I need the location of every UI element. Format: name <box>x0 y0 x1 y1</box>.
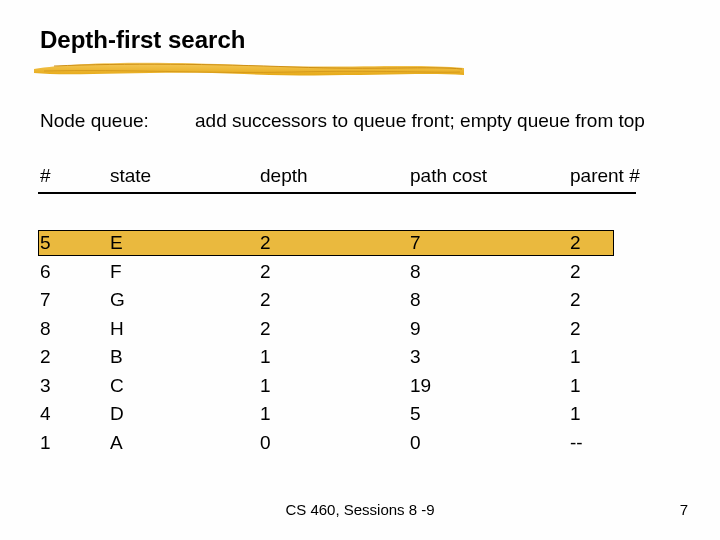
cell-state: F <box>110 261 122 283</box>
footer-text: CS 460, Sessions 8 -9 <box>0 501 720 518</box>
slide: Depth-first search Node queue: add succe… <box>0 0 720 540</box>
cell-depth: 2 <box>260 318 271 340</box>
page-title: Depth-first search <box>40 26 680 54</box>
cell-state: E <box>110 232 123 254</box>
cell-depth: 2 <box>260 289 271 311</box>
cell-depth: 2 <box>260 261 271 283</box>
cell-cost: 3 <box>410 346 421 368</box>
cell-depth: 2 <box>260 232 271 254</box>
header-state: state <box>110 165 151 187</box>
header-num: # <box>40 165 51 187</box>
table-row: 2B131 <box>40 344 680 373</box>
cell-state: D <box>110 403 124 425</box>
cell-cost: 8 <box>410 261 421 283</box>
header-rule <box>38 192 636 194</box>
title-wrap: Depth-first search <box>40 26 680 54</box>
table-row: 6F282 <box>40 259 680 288</box>
cell-depth: 1 <box>260 403 271 425</box>
cell-depth: 1 <box>260 375 271 397</box>
cell-depth: 1 <box>260 346 271 368</box>
header-depth: depth <box>260 165 308 187</box>
page-number: 7 <box>680 501 688 518</box>
cell-cost: 0 <box>410 432 421 454</box>
table-row: 1A00-- <box>40 430 680 459</box>
cell-num: 4 <box>40 403 51 425</box>
table-row: 4D151 <box>40 401 680 430</box>
cell-num: 1 <box>40 432 51 454</box>
cell-state: G <box>110 289 125 311</box>
cell-num: 5 <box>40 232 51 254</box>
header-cost: path cost <box>410 165 487 187</box>
cell-cost: 8 <box>410 289 421 311</box>
cell-cost: 19 <box>410 375 431 397</box>
cell-cost: 7 <box>410 232 421 254</box>
cell-num: 6 <box>40 261 51 283</box>
table-row: 7G282 <box>40 287 680 316</box>
header-parent: parent # <box>570 165 640 187</box>
cell-parent: 1 <box>570 346 581 368</box>
cell-parent: 2 <box>570 232 581 254</box>
cell-num: 8 <box>40 318 51 340</box>
cell-parent: 1 <box>570 375 581 397</box>
queue-add-text: add successors to queue front; empty que… <box>195 110 645 132</box>
brush-stroke-icon <box>34 60 464 78</box>
table-row: 5E272 <box>40 230 680 259</box>
cell-state: A <box>110 432 123 454</box>
cell-num: 7 <box>40 289 51 311</box>
cell-num: 3 <box>40 375 51 397</box>
table-row: 3C1191 <box>40 373 680 402</box>
node-queue-label: Node queue: <box>40 110 149 132</box>
cell-state: B <box>110 346 123 368</box>
cell-state: H <box>110 318 124 340</box>
cell-parent: 2 <box>570 261 581 283</box>
cell-parent: 2 <box>570 289 581 311</box>
table-row: 8H292 <box>40 316 680 345</box>
cell-cost: 9 <box>410 318 421 340</box>
cell-depth: 0 <box>260 432 271 454</box>
cell-state: C <box>110 375 124 397</box>
cell-parent: -- <box>570 432 583 454</box>
cell-cost: 5 <box>410 403 421 425</box>
table-body: 5E2726F2827G2828H2922B1313C11914D1511A00… <box>40 230 680 458</box>
cell-num: 2 <box>40 346 51 368</box>
cell-parent: 1 <box>570 403 581 425</box>
cell-parent: 2 <box>570 318 581 340</box>
